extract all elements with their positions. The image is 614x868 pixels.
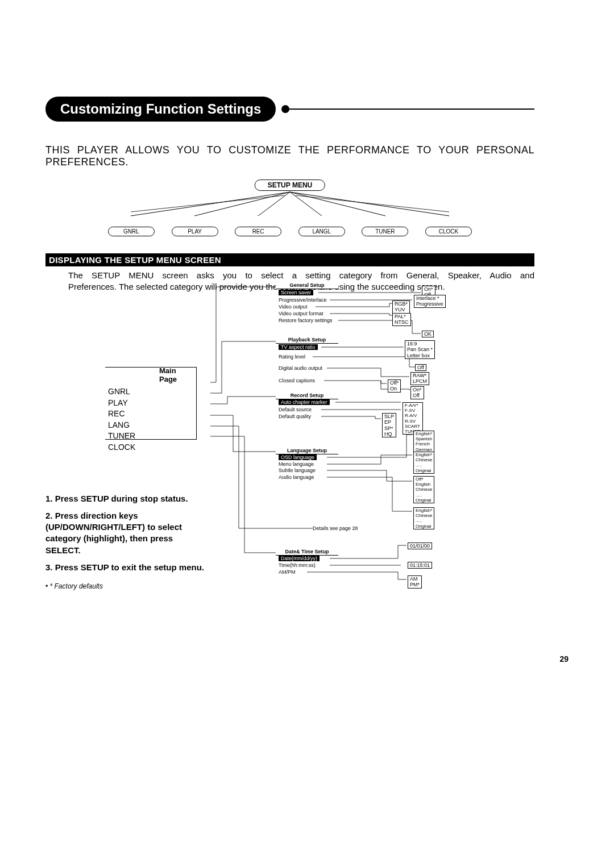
mainpage-item-clock: CLOCK <box>108 442 205 453</box>
page-number: 29 <box>559 654 569 663</box>
factory-defaults-note: • * Factory defaults <box>45 582 205 590</box>
step-1: 1. Press SETUP during stop status. <box>45 493 205 504</box>
intro-line2: PREFERENCES. <box>45 156 534 168</box>
general-setup-header: General Setup <box>276 282 338 289</box>
record-auto-chapter: Auto chapter marker <box>279 399 330 405</box>
instruction-steps: 1. Press SETUP during stop status. 2. Pr… <box>45 493 205 574</box>
datetime-time: Time(hh:mm:ss) <box>279 562 316 568</box>
language-osd: OSD language <box>279 454 317 460</box>
opt-quality: SLPEP SP*HQ <box>382 413 396 437</box>
general-screen-saver: Screen saver <box>279 290 313 295</box>
language-setup-header: Language Setup <box>276 448 338 454</box>
opt-video-out: RGB*YUV <box>392 301 410 314</box>
record-default-source: Default source <box>279 407 312 412</box>
svg-line-2 <box>258 192 290 216</box>
general-restore: Restore factory settings <box>279 318 333 323</box>
hier-tab-rec: REC <box>235 227 281 236</box>
opt-aspect: 16:9Pan Scan *Letter box <box>405 340 435 359</box>
hier-tab-tuner: TUNER <box>362 227 408 236</box>
mainpage-item-lang: LANG <box>108 420 205 431</box>
record-default-quality: Default quality <box>279 414 311 419</box>
opt-prog: Interlace *Progressive <box>414 295 446 308</box>
settings-tree: General Setup Screen saver Progressive/I… <box>210 281 534 599</box>
opt-restore: OK <box>422 331 434 337</box>
opt-cc-left: Off*On <box>388 379 401 393</box>
mainpage-item-tuner: TUNER <box>108 431 205 442</box>
section-heading: DISPLAYING THE SETUP MENU SCREEN <box>45 253 534 266</box>
datetime-setup-header: Date& Time Setup <box>276 549 338 556</box>
playback-rating: Rating level <box>279 354 305 360</box>
intro-line1: THIS PLAYER ALLOWS YOU TO CUSTOMIZE THE … <box>45 144 534 156</box>
tree-lines-icon <box>210 281 534 599</box>
language-menu: Menu language <box>279 461 314 467</box>
page-title-row: Customizing Function Settings <box>45 97 534 122</box>
opt-rating: Off <box>415 364 426 371</box>
datetime-date: Date(mm/dd/yy) <box>279 556 320 561</box>
hierarchy-diagram: SETUP MENU GNRL PLAY REC LANGL TUNER CLO… <box>108 180 472 236</box>
language-audio: Audio language <box>279 474 314 480</box>
playback-setup-header: Playback Setup <box>276 337 338 344</box>
hier-tab-play: PLAY <box>172 227 218 236</box>
opt-audio: English*Chinese .....Original <box>413 507 434 529</box>
datetime-ampm: AM/PM <box>279 569 296 575</box>
title-dot-icon <box>281 105 289 113</box>
opt-ampm: AMPM* <box>408 575 422 589</box>
playback-tv-aspect: TV aspect ratio <box>279 344 318 350</box>
tuner-detail-text: Details see page 28 <box>313 525 358 531</box>
svg-line-7 <box>296 195 449 212</box>
mainpage-item-rec: REC <box>108 408 205 420</box>
playback-digital-audio: Digital audio output <box>279 365 322 371</box>
svg-line-0 <box>131 192 290 216</box>
record-setup-header: Record Setup <box>276 393 338 399</box>
step-2: 2. Press direction keys (UP/DOWN/RIGHT/L… <box>45 510 205 556</box>
opt-cc-right: On*Off <box>410 386 424 399</box>
opt-source: F-A/V*F-SV R-A/VR-SV SCARTTUNER <box>403 402 423 435</box>
opt-video-fmt: PAL*NTSC <box>392 313 411 326</box>
mainpage-item-play: PLAY <box>108 398 205 409</box>
opt-date: 01/01/00 <box>408 542 432 549</box>
svg-line-6 <box>131 195 284 212</box>
intro-text: THIS PLAYER ALLOWS YOU TO CUSTOMIZE THE … <box>45 144 534 168</box>
opt-time: 01:15:01 <box>408 562 432 569</box>
opt-osd: English*Spanish FrenchGerman <box>413 431 434 453</box>
hier-tab-langl: LANGL <box>298 227 345 236</box>
opt-sub: Off*English Chinese..... Original <box>413 476 434 503</box>
playback-closed-captions: Closed captions <box>279 378 315 383</box>
opt-menu: English*Chinese .....Original <box>413 452 434 474</box>
hier-lines-icon <box>108 191 472 219</box>
language-subtle: Subtle language <box>279 468 316 473</box>
step-3: 3. Press SETUP to exit the setup menu. <box>45 562 205 573</box>
hier-tab-clock: CLOCK <box>425 227 472 236</box>
general-video-output-format: Video output format <box>279 311 323 316</box>
general-prog-interlace: Progressive/Interlace <box>279 297 327 303</box>
svg-line-5 <box>290 192 449 216</box>
hier-root: SETUP MENU <box>255 180 325 191</box>
mainpage-item-gnrl: GNRL <box>108 386 205 398</box>
svg-line-3 <box>290 192 322 216</box>
page-title: Customizing Function Settings <box>45 97 276 122</box>
title-rule <box>289 108 534 110</box>
hier-tab-gnrl: GNRL <box>108 227 155 236</box>
general-video-output: Video output <box>279 304 307 310</box>
opt-digital: RAW*LPCM <box>410 372 429 385</box>
left-column: Main Page GNRL PLAY REC LANG TUNER CLOCK… <box>45 366 205 590</box>
